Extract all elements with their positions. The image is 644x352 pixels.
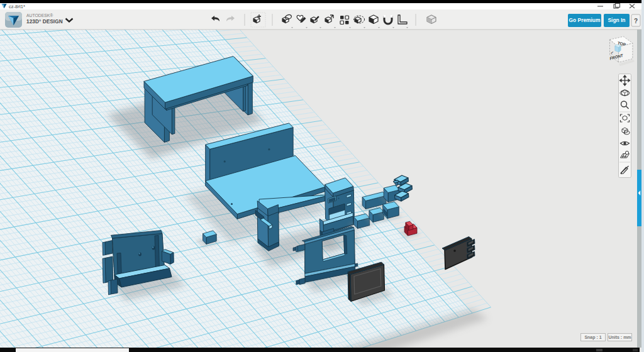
svg-text:Go Premium: Go Premium bbox=[569, 17, 601, 23]
svg-text:123D° DESIGN: 123D° DESIGN bbox=[26, 19, 63, 25]
svg-text:cz-8rt1*: cz-8rt1* bbox=[9, 4, 25, 9]
svg-text:?: ? bbox=[634, 18, 638, 25]
svg-text:Units : mm: Units : mm bbox=[608, 335, 631, 339]
svg-text:Sign In: Sign In bbox=[608, 17, 626, 23]
svg-text:Snap : 1: Snap : 1 bbox=[584, 335, 601, 340]
svg-text:AUTODESK®: AUTODESK® bbox=[26, 13, 53, 18]
